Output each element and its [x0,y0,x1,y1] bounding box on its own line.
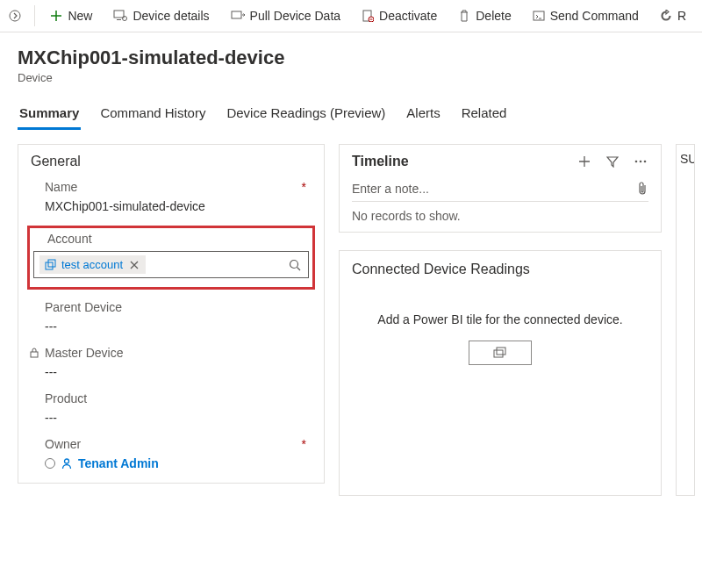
connected-readings-title: Connected Device Readings [352,262,648,277]
svg-point-15 [644,161,647,163]
general-panel: General Name * MXChip001-simulated-devic… [18,144,325,484]
owner-value: Tenant Admin [78,456,159,470]
timeline-add-icon[interactable] [577,154,592,169]
svg-point-10 [290,260,298,268]
timeline-note-input-row [352,176,648,202]
owner-value-link[interactable]: Tenant Admin [45,456,312,470]
timeline-note-input[interactable] [352,182,636,196]
field-account: Account test account [33,232,309,278]
name-label: Name [45,180,77,194]
parent-device-value[interactable]: --- [45,319,312,333]
svg-rect-4 [232,11,241,18]
master-device-value: --- [45,365,312,379]
svg-rect-8 [46,262,53,269]
tab-command-history[interactable]: Command History [98,100,207,130]
field-master-device: Master Device --- [31,346,312,379]
tab-related[interactable]: Related [460,100,509,130]
account-lookup[interactable]: test account [33,251,309,278]
side-panel-label: SU [680,152,695,166]
new-button[interactable]: New [41,5,101,26]
tile-icon [493,347,507,359]
svg-rect-16 [494,350,503,357]
separator [34,5,35,26]
account-icon [45,259,56,270]
svg-point-3 [123,17,127,21]
person-icon [61,457,73,470]
owner-label: Owner [45,437,81,451]
timeline-filter-icon[interactable] [605,154,620,169]
delete-icon [458,10,470,22]
send-command-button[interactable]: Send Command [524,5,648,26]
pull-data-icon [231,10,245,22]
deactivate-icon [362,10,374,22]
add-tile-button[interactable] [469,341,532,365]
pull-data-label: Pull Device Data [250,9,341,23]
delete-button[interactable]: Delete [449,5,519,26]
account-value: test account [61,258,123,271]
deactivate-label: Deactivate [379,9,437,23]
product-value[interactable]: --- [45,411,312,425]
device-details-button[interactable]: Device details [104,5,218,26]
chevron-right-icon[interactable] [7,6,24,25]
plus-icon [50,10,62,22]
svg-point-12 [65,459,69,463]
svg-rect-9 [48,260,55,267]
svg-rect-1 [114,11,124,18]
field-parent-device: Parent Device --- [31,300,312,333]
master-device-label: Master Device [45,346,123,360]
refresh-label: R [677,9,686,23]
attachment-icon[interactable] [636,182,648,196]
lock-icon [29,348,39,358]
tab-summary[interactable]: Summary [18,100,81,130]
send-command-icon [533,10,545,22]
tab-bar: Summary Command History Device Readings … [0,91,702,130]
tab-device-readings[interactable]: Device Readings (Preview) [225,100,387,130]
svg-point-14 [640,161,642,163]
field-product: Product --- [31,391,312,425]
timeline-empty-text: No records to show. [352,202,648,223]
page-header: MXChip001-simulated-device Device [0,32,702,91]
product-label: Product [45,391,87,405]
presence-icon [45,458,55,469]
new-label: New [68,9,92,23]
entity-type: Device [18,71,684,84]
account-chip[interactable]: test account [39,255,146,274]
refresh-button[interactable]: R [651,5,695,26]
connected-readings-message: Add a Power BI tile for the connected de… [352,312,648,326]
svg-rect-17 [497,348,505,355]
deactivate-button[interactable]: Deactivate [353,5,446,26]
field-owner: Owner * Tenant Admin [31,437,312,470]
parent-device-label: Parent Device [45,300,122,314]
account-label: Account [47,232,92,246]
account-clear-icon[interactable] [128,261,140,269]
page-title: MXChip001-simulated-device [18,47,684,69]
timeline-more-icon[interactable] [633,158,648,165]
required-indicator: * [302,437,306,451]
svg-point-13 [635,161,638,163]
timeline-title: Timeline [352,154,409,169]
side-panel-cutoff: SU [676,144,695,496]
delete-label: Delete [476,9,511,23]
device-details-label: Device details [133,9,209,23]
svg-rect-11 [31,352,38,357]
send-command-label: Send Command [550,9,639,23]
account-search-icon[interactable] [287,257,303,273]
timeline-panel: Timeline No records to show. [339,144,662,233]
content-area: General Name * MXChip001-simulated-devic… [0,130,702,510]
tab-alerts[interactable]: Alerts [405,100,441,130]
pull-device-data-button[interactable]: Pull Device Data [222,5,350,26]
connected-readings-panel: Connected Device Readings Add a Power BI… [339,250,662,496]
device-details-icon [113,10,127,22]
required-indicator: * [302,180,306,194]
account-highlight: Account test account [27,226,315,290]
field-name: Name * MXChip001-simulated-device [31,180,312,213]
command-bar: New Device details Pull Device Data Deac… [0,0,702,32]
name-value[interactable]: MXChip001-simulated-device [45,199,312,213]
svg-point-0 [10,11,20,21]
refresh-icon [660,10,672,22]
general-title: General [31,154,312,169]
svg-rect-2 [117,19,121,20]
